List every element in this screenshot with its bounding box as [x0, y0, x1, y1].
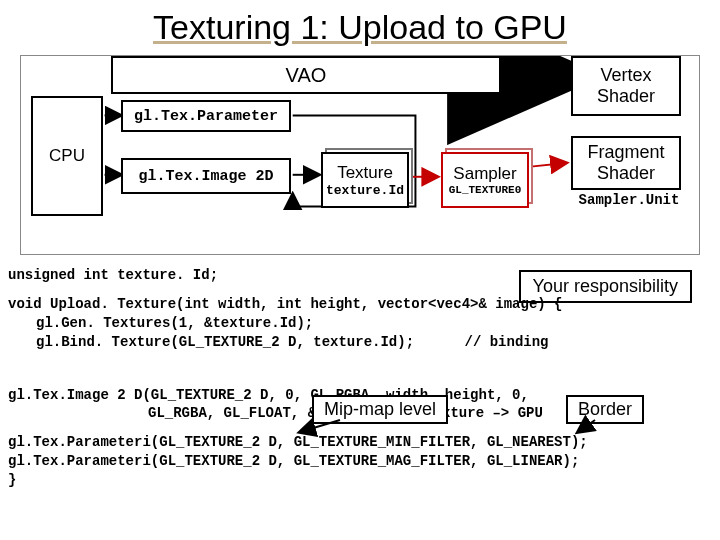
gl-texparameter-box: gl.Tex.Parameter [121, 100, 291, 132]
mipmap-annotation: Mip-map level [312, 395, 448, 424]
sampler-label: Sampler [453, 164, 516, 184]
code-fragment: gl.Bind. Texture(GL_TEXTURE_2 D, texture… [36, 334, 414, 350]
code-line: unsigned int texture. Id; [8, 266, 712, 285]
sampler-sub-label: GL_TEXTURE0 [449, 184, 522, 196]
code-line: void Upload. Texture(int width, int heig… [8, 295, 712, 314]
texture-box: Texture texture.Id [321, 152, 409, 208]
vertex-shader-box: Vertex Shader [571, 56, 681, 116]
vertex-shader-l1: Vertex [600, 65, 651, 86]
svg-line-5 [528, 163, 566, 167]
gl-teximage2d-box: gl.Tex.Image 2D [121, 158, 291, 194]
code-line: gl.Tex.Parameteri(GL_TEXTURE_2 D, GL_TEX… [8, 452, 712, 471]
fragment-shader-box: Fragment Shader [571, 136, 681, 190]
cpu-box: CPU [31, 96, 103, 216]
border-annotation: Border [566, 395, 644, 424]
vertex-shader-l2: Shader [597, 86, 655, 107]
code-listing: unsigned int texture. Id; void Upload. T… [8, 266, 712, 490]
code-line: } [8, 471, 712, 490]
slide-title: Texturing 1: Upload to GPU [0, 0, 720, 51]
fragment-shader-l2: Shader [597, 163, 655, 184]
texture-id-label: texture.Id [326, 183, 404, 198]
vao-box: VAO [111, 56, 501, 94]
code-comment: // binding [464, 334, 548, 350]
fragment-shader-l1: Fragment [587, 142, 664, 163]
sampler-box: Sampler GL_TEXTURE0 [441, 152, 529, 208]
texture-label: Texture [337, 163, 393, 183]
code-line: gl.Bind. Texture(GL_TEXTURE_2 D, texture… [8, 333, 712, 352]
code-line: gl.Tex.Parameteri(GL_TEXTURE_2 D, GL_TEX… [8, 433, 712, 452]
sampler-unit-label: Sampler.Unit [569, 192, 689, 208]
code-line: gl.Gen. Textures(1, &texture.Id); [8, 314, 712, 333]
upload-diagram: VAO CPU gl.Tex.Parameter gl.Tex.Image 2D… [20, 55, 700, 255]
